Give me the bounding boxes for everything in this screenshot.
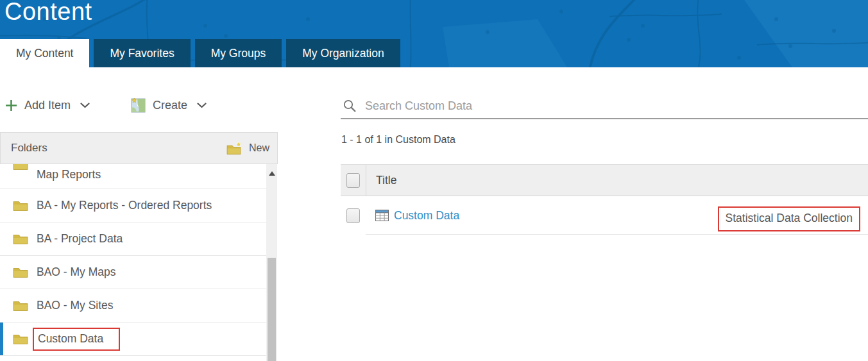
scroll-up-arrow-icon[interactable] — [266, 169, 277, 177]
search-bar — [341, 94, 868, 119]
folder-icon — [13, 333, 28, 345]
folder-icon — [13, 164, 28, 171]
chevron-down-icon — [197, 103, 207, 108]
tab[interactable]: My Favorites — [94, 39, 190, 67]
annotation-box: Statistical Data Collection — [718, 206, 860, 231]
folder-item[interactable]: Custom Data — [0, 323, 266, 356]
folder-list: Map Reports BA - My Reports - Ordered Re… — [0, 164, 278, 361]
column-header-title[interactable]: Title — [376, 174, 396, 187]
tab-label: My Content — [16, 47, 73, 60]
select-all-checkbox[interactable] — [346, 173, 360, 188]
search-input[interactable] — [364, 99, 815, 113]
folder-item-label: BAO - My Maps — [37, 265, 116, 279]
folder-icon — [13, 267, 28, 278]
folder-item-label: Custom Data — [33, 328, 120, 351]
folder-item[interactable]: BAO - My Maps — [0, 256, 266, 289]
folder-icon — [13, 233, 28, 245]
page-title: Content — [4, 0, 92, 26]
add-item-label: Add Item — [24, 99, 71, 112]
folder-icon — [13, 200, 28, 212]
content-page: Content My Content My Favorites My Group… — [0, 0, 868, 361]
folders-header: Folders New — [0, 132, 278, 164]
table-row: Custom Data Statistical Data Collection — [341, 196, 868, 235]
folder-item[interactable]: BA - My Reports - Ordered Reports — [0, 189, 266, 222]
new-folder-button[interactable]: New — [226, 142, 269, 155]
item-title-link[interactable]: Custom Data — [394, 209, 459, 222]
new-folder-label: New — [249, 142, 269, 154]
folder-item[interactable]: BA - Project Data — [0, 222, 266, 256]
add-item-button[interactable]: Add Item — [5, 99, 90, 112]
folder-icon — [13, 300, 28, 312]
tab[interactable]: My Content — [0, 39, 89, 67]
select-row-cell — [341, 196, 366, 235]
folder-list-scrollbar[interactable] — [266, 164, 277, 361]
tab-label: My Favorites — [110, 47, 174, 60]
tab-label: My Groups — [211, 47, 266, 60]
table-header-row: Title — [341, 164, 868, 196]
create-button[interactable]: Create — [131, 98, 207, 113]
main-panel: 1 - 1 of 1 in Custom Data Title — [341, 0, 868, 361]
plus-icon — [5, 99, 17, 112]
folders-title: Folders — [11, 142, 226, 155]
create-map-icon — [131, 98, 146, 113]
folder-item[interactable]: BAO - My Sites — [0, 289, 266, 323]
scrollbar-thumb[interactable] — [268, 258, 276, 361]
select-row-checkbox[interactable] — [346, 208, 360, 223]
create-label: Create — [153, 99, 187, 112]
tab[interactable]: My Groups — [195, 39, 282, 67]
new-folder-icon — [226, 142, 243, 155]
folder-item-label: BAO - My Sites — [37, 299, 114, 312]
folder-item-label: BA - My Reports - Ordered Reports — [37, 199, 212, 212]
results-summary: 1 - 1 of 1 in Custom Data — [341, 134, 455, 146]
folder-item-label: BA - Project Data — [37, 232, 123, 246]
toolbar: Add Item Create — [5, 95, 207, 115]
chevron-down-icon — [80, 103, 90, 108]
table-item-icon — [375, 210, 389, 221]
search-icon — [343, 99, 357, 113]
select-all-cell — [341, 165, 366, 196]
items-table: Title Custom Data Statistical Data Colle… — [341, 164, 868, 235]
folder-item[interactable]: Map Reports — [0, 164, 266, 189]
folder-item-label: Map Reports — [37, 168, 101, 181]
folders-panel: Folders New — [0, 132, 278, 361]
